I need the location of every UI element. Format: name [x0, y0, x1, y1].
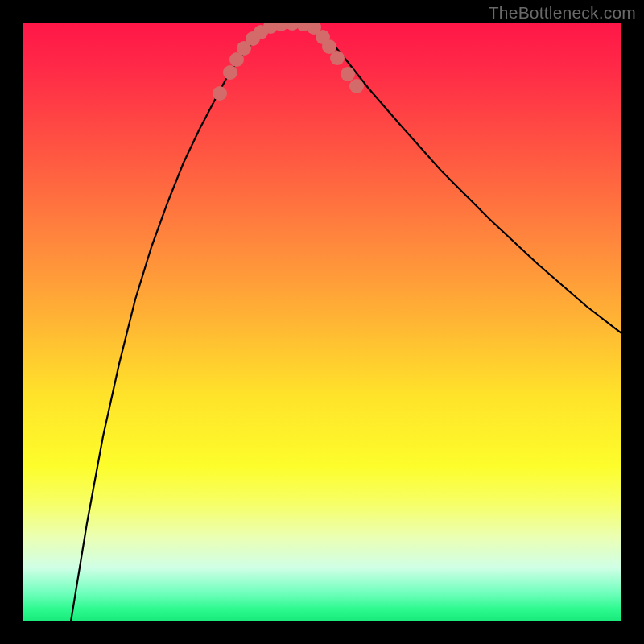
highlight-dot: [223, 65, 237, 80]
highlight-markers: [213, 23, 364, 101]
highlight-dot: [330, 51, 345, 65]
highlight-dot: [341, 67, 355, 81]
highlight-dot: [213, 86, 227, 101]
watermark-text: TheBottleneck.com: [489, 3, 636, 23]
chart-svg: [23, 23, 621, 621]
bottleneck-curve: [71, 24, 621, 621]
curve-path: [71, 24, 621, 621]
chart-frame: TheBottleneck.com: [0, 0, 644, 644]
highlight-dot: [349, 79, 364, 93]
